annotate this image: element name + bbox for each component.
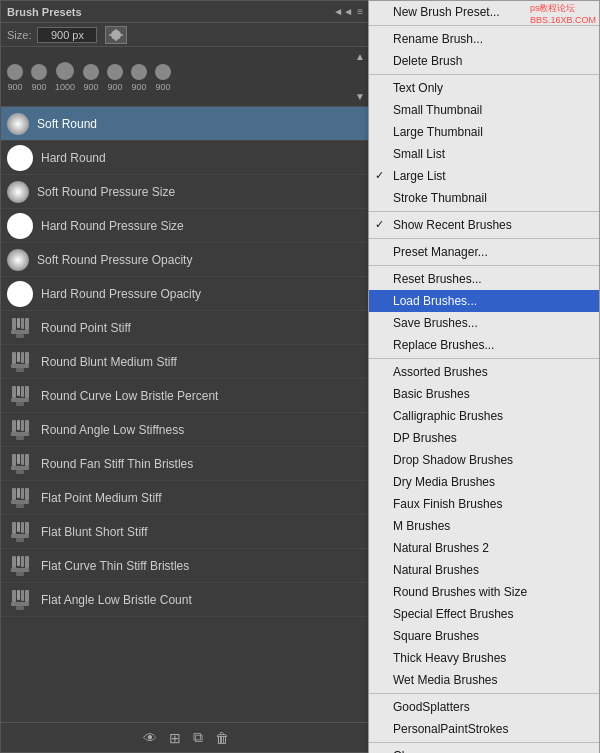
svg-rect-54 [17, 590, 20, 600]
brush-size-icon-button[interactable] [105, 26, 127, 44]
trash-icon[interactable]: 🗑 [215, 730, 229, 746]
brush-name: Round Angle Low Stiffness [41, 423, 184, 437]
brush-list-item[interactable]: Round Angle Low Stiffness [1, 413, 369, 447]
panel-header-icons: ◄◄ ≡ [333, 6, 363, 17]
svg-rect-50 [25, 556, 29, 568]
svg-rect-56 [25, 590, 29, 602]
preview-item[interactable]: 900 [155, 64, 171, 92]
preview-item[interactable]: 900 [7, 64, 23, 92]
menu-item-assorted-brushes[interactable]: Assorted Brushes [369, 361, 599, 383]
preview-item[interactable]: 900 [31, 64, 47, 92]
scroll-up-icon[interactable]: ▲ [355, 51, 365, 62]
menu-item-preset-manager[interactable]: Preset Manager... [369, 241, 599, 263]
eye-icon[interactable]: 👁 [143, 730, 157, 746]
size-row: Size: [1, 23, 369, 47]
menu-item-calligraphic-brushes[interactable]: Calligraphic Brushes [369, 405, 599, 427]
preview-item[interactable]: 900 [131, 64, 147, 92]
menu-item-drop-shadow-brushes[interactable]: Drop Shadow Brushes [369, 449, 599, 471]
menu-item-save-brushes[interactable]: Save Brushes... [369, 312, 599, 334]
menu-item-square-brushes[interactable]: Square Brushes [369, 625, 599, 647]
brush-list-item[interactable]: Hard Round [1, 141, 369, 175]
svg-rect-32 [25, 454, 29, 466]
collapse-icon[interactable]: ◄◄ [333, 6, 353, 17]
menu-item-thick-heavy-brushes[interactable]: Thick Heavy Brushes [369, 647, 599, 669]
panel-title: Brush Presets [7, 6, 82, 18]
svg-rect-36 [17, 488, 20, 498]
svg-rect-41 [12, 522, 16, 534]
menu-item-small-list[interactable]: Small List [369, 143, 599, 165]
brush-list-item[interactable]: Soft Round Pressure Size [1, 175, 369, 209]
brush-list-item[interactable]: Soft Round [1, 107, 369, 141]
brush-list: Soft RoundHard RoundSoft Round Pressure … [1, 107, 369, 715]
menu-item-natural-brushes[interactable]: Natural Brushes [369, 559, 599, 581]
brush-name: Round Curve Low Bristle Percent [41, 389, 218, 403]
svg-rect-42 [17, 522, 20, 532]
svg-rect-16 [16, 368, 24, 372]
menu-item-dry-media-brushes[interactable]: Dry Media Brushes [369, 471, 599, 493]
menu-icon[interactable]: ≡ [357, 6, 363, 17]
brush-name: Round Fan Stiff Thin Bristles [41, 457, 193, 471]
brush-list-item[interactable]: Round Curve Low Bristle Percent [1, 379, 369, 413]
menu-item-load-brushes[interactable]: Load Brushes... [369, 290, 599, 312]
menu-item-large-list[interactable]: Large List [369, 165, 599, 187]
svg-rect-55 [21, 590, 24, 601]
menu-item-round-brushes-size[interactable]: Round Brushes with Size [369, 581, 599, 603]
menu-item-show-recent-brushes[interactable]: Show Recent Brushes [369, 214, 599, 236]
brush-list-item[interactable]: Round Fan Stiff Thin Bristles [1, 447, 369, 481]
svg-rect-58 [16, 606, 24, 610]
menu-item-natural-brushes-2[interactable]: Natural Brushes 2 [369, 537, 599, 559]
brush-list-item[interactable]: Soft Round Pressure Opacity [1, 243, 369, 277]
svg-rect-21 [11, 398, 29, 402]
menu-item-personal-paint-strokes[interactable]: PersonalPaintStrokes [369, 718, 599, 740]
svg-rect-15 [11, 364, 29, 368]
preview-item[interactable]: 1000 [55, 62, 75, 92]
svg-rect-6 [17, 318, 20, 328]
brush-name: Flat Curve Thin Stiff Bristles [41, 559, 189, 573]
menu-item-replace-brushes[interactable]: Replace Brushes... [369, 334, 599, 356]
menu-item-delete-brush[interactable]: Delete Brush [369, 50, 599, 72]
svg-rect-52 [16, 572, 24, 576]
context-menu: New Brush Preset...Rename Brush...Delete… [368, 0, 600, 753]
brush-list-item[interactable]: Round Point Stiff [1, 311, 369, 345]
svg-rect-30 [17, 454, 20, 464]
brush-list-item[interactable]: Hard Round Pressure Size [1, 209, 369, 243]
size-input[interactable] [37, 27, 97, 43]
brush-list-item[interactable]: Hard Round Pressure Opacity [1, 277, 369, 311]
brush-list-item[interactable]: Round Blunt Medium Stiff [1, 345, 369, 379]
svg-rect-43 [21, 522, 24, 533]
menu-item-reset-brushes[interactable]: Reset Brushes... [369, 268, 599, 290]
brush-list-item[interactable]: Flat Point Medium Stiff [1, 481, 369, 515]
scroll-down-icon[interactable]: ▼ [355, 91, 365, 102]
grid-icon[interactable]: ⊞ [169, 730, 181, 746]
menu-item-text-only[interactable]: Text Only [369, 77, 599, 99]
svg-rect-47 [12, 556, 16, 568]
brush-list-item[interactable]: Flat Curve Thin Stiff Bristles [1, 549, 369, 583]
menu-item-close[interactable]: Close [369, 745, 599, 753]
svg-rect-23 [12, 420, 16, 432]
menu-item-m-brushes[interactable]: M Brushes [369, 515, 599, 537]
layers-icon[interactable]: ⧉ [193, 729, 203, 746]
brush-preview-row: ▲ 900 900 1000 900 900 [1, 47, 369, 107]
menu-item-dp-brushes[interactable]: DP Brushes [369, 427, 599, 449]
menu-item-large-thumbnail[interactable]: Large Thumbnail [369, 121, 599, 143]
preview-item[interactable]: 900 [83, 64, 99, 92]
brush-list-item[interactable]: Flat Angle Low Bristle Count [1, 583, 369, 617]
svg-rect-26 [25, 420, 29, 432]
menu-item-good-splatters[interactable]: GoodSplatters [369, 696, 599, 718]
watermark: ps教程论坛 BBS.16XB.COM [530, 2, 596, 25]
menu-item-basic-brushes[interactable]: Basic Brushes [369, 383, 599, 405]
brush-list-item[interactable]: Flat Blunt Short Stiff [1, 515, 369, 549]
svg-rect-29 [12, 454, 16, 466]
menu-item-wet-media-brushes[interactable]: Wet Media Brushes [369, 669, 599, 691]
menu-item-rename-brush[interactable]: Rename Brush... [369, 28, 599, 50]
svg-rect-7 [21, 318, 24, 329]
panel-header: Brush Presets ◄◄ ≡ [1, 1, 369, 23]
menu-item-small-thumbnail[interactable]: Small Thumbnail [369, 99, 599, 121]
svg-rect-25 [21, 420, 24, 431]
brush-name: Round Blunt Medium Stiff [41, 355, 177, 369]
menu-item-faux-finish-brushes[interactable]: Faux Finish Brushes [369, 493, 599, 515]
svg-rect-40 [16, 504, 24, 508]
preview-item[interactable]: 900 [107, 64, 123, 92]
menu-item-special-effect-brushes[interactable]: Special Effect Brushes [369, 603, 599, 625]
menu-item-stroke-thumbnail[interactable]: Stroke Thumbnail [369, 187, 599, 209]
